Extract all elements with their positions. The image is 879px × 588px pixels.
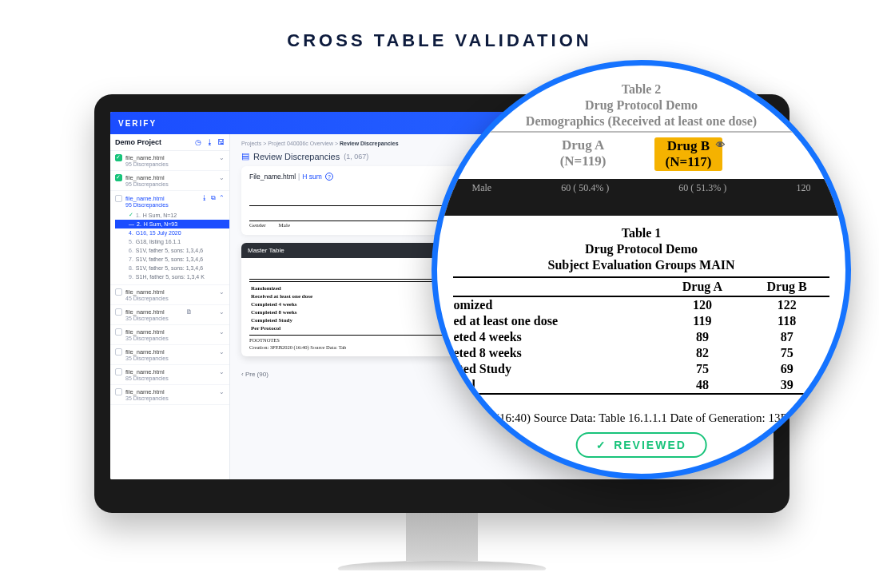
file-name: file_name.html: [125, 308, 165, 316]
table-cell: 118: [745, 313, 829, 329]
sub-idx: 9.: [129, 274, 133, 280]
table-row: eted 8 weeks: [453, 345, 660, 361]
sub-item[interactable]: 4.G16, 15 July 2020: [126, 228, 225, 237]
prev-button[interactable]: ‹ Pre (90): [241, 371, 268, 378]
checkbox-icon[interactable]: [115, 328, 122, 336]
sub-item-selected[interactable]: —2.H Sum, N=93: [115, 220, 229, 228]
download-icon[interactable]: ⭳: [201, 194, 208, 202]
sub-item[interactable]: ✓1.H Sum, N=12: [126, 210, 225, 220]
chevron-down-icon[interactable]: ⌄: [219, 288, 225, 296]
checkbox-icon[interactable]: [115, 174, 122, 181]
table1-header: Table 1 Drug Protocol Demo Subject Evalu…: [437, 225, 845, 273]
note-icon[interactable]: 🗎: [186, 308, 193, 316]
sub-label: S1H, father 5, sons: 1,3,4 K: [136, 274, 205, 280]
table-cell: 75: [660, 361, 745, 377]
magnifier-lens: Table 2 Drug Protocol Demo Demographics …: [432, 60, 851, 479]
file-name: file_name.html: [125, 174, 165, 181]
magnifier-content: Table 2 Drug Protocol Demo Demographics …: [437, 66, 845, 474]
copy-icon[interactable]: ⧉: [211, 194, 216, 202]
table1-subtitle: Subject Evaluation Groups MAIN: [437, 257, 845, 273]
col-label: Drug A: [560, 137, 607, 153]
sub-item[interactable]: 5.G18, listing 16.1.1: [126, 237, 225, 246]
sub-item[interactable]: 9.S1H, father 5, sons: 1,3,4 K: [126, 272, 225, 281]
brand-logo: VERIFY: [118, 119, 157, 128]
chevron-down-icon[interactable]: ⌄: [219, 174, 225, 181]
file-count: 95 Discrepancies: [125, 161, 225, 167]
chevron-down-icon[interactable]: ⌄: [219, 368, 225, 375]
reviewed-label: REVIEWED: [614, 439, 686, 451]
table-row: eted 4 weeks: [453, 329, 660, 345]
clock-icon[interactable]: ◷: [194, 138, 202, 146]
chevron-down-icon[interactable]: ⌄: [219, 348, 225, 356]
sub-item[interactable]: 7.S1V, father 5, sons: 1,3,4,6: [126, 255, 225, 264]
table-cell: 82: [660, 345, 745, 361]
file-item[interactable]: file_name.html⌄ 95 Discrepancies: [110, 151, 229, 171]
checkbox-icon[interactable]: [115, 195, 122, 202]
table-row: omized: [453, 296, 660, 313]
file-count: 95 Discrepancies: [125, 202, 225, 208]
sub-item[interactable]: 6.S1V, father 5, sons: 1,3,4,6: [126, 246, 225, 255]
reviewed-button[interactable]: ✓ REVIEWED: [575, 432, 707, 458]
prev-label: Pre (90): [245, 371, 268, 378]
file-item[interactable]: file_name.html⌄ 35 Discrepancies: [110, 345, 229, 365]
footnotes-line: EB2020 (16:40) Source Data: Table 16.1.1…: [453, 411, 802, 424]
table-icon: ▤: [241, 151, 249, 161]
strip-val: 120: [796, 182, 810, 194]
file-item[interactable]: file_name.html⌄ 35 Discrepancies: [110, 385, 229, 405]
file-item[interactable]: file_name.html🗎⌄ 35 Discrepancies: [110, 305, 229, 325]
strip-val: 60 ( 51.3% ): [678, 182, 726, 194]
file-item[interactable]: file_name.html⌄ 95 Discrepancies: [110, 171, 229, 191]
info-icon[interactable]: ?: [325, 173, 333, 181]
file-item[interactable]: file_name.html⌄ 45 Discrepancies: [110, 285, 229, 305]
table-cell: 69: [745, 361, 829, 377]
table-row: eted Study: [453, 361, 660, 377]
save-icon[interactable]: 🖫: [217, 138, 225, 146]
download-icon[interactable]: ⭳: [205, 138, 213, 146]
eye-icon[interactable]: 👁: [716, 140, 725, 149]
sidebar: Demo Project ◷ ⭳ 🖫 file_name.html⌄ 95 Di…: [110, 134, 230, 479]
file-count: 45 Discrepancies: [125, 296, 225, 301]
table2-col-headers: Drug A (N=119) 👁 Drug B (N=117): [437, 137, 845, 171]
table-cell: 89: [660, 329, 745, 345]
file-name: file_name.html: [125, 348, 165, 356]
checkbox-icon[interactable]: [115, 368, 122, 375]
checkbox-icon[interactable]: [115, 348, 122, 356]
sidebar-header: Demo Project ◷ ⭳ 🖫: [110, 134, 229, 151]
col-n: (N=117): [666, 154, 712, 170]
chevron-down-icon[interactable]: ⌄: [219, 154, 225, 161]
chevron-up-icon[interactable]: ⌃: [219, 194, 225, 202]
file-item-active[interactable]: file_name.html ⭳⧉⌃ 95 Discrepancies ✓1.H…: [110, 191, 229, 285]
checkbox-icon[interactable]: [115, 388, 122, 395]
sub-idx: 1.: [136, 213, 141, 218]
file-item[interactable]: file_name.html⌄ 85 Discrepancies: [110, 365, 229, 385]
preview-line: Gender: [249, 222, 266, 228]
sub-items: ✓1.H Sum, N=12 —2.H Sum, N=93 4.G16, 15 …: [126, 210, 225, 281]
col-n: (N=119): [560, 153, 607, 169]
sub-label: S1V, father 5, sons: 1,3,4,6: [136, 256, 203, 262]
table-row: ed at least one dose: [453, 313, 660, 329]
file-name: file_name.html: [125, 154, 165, 161]
checkbox-icon[interactable]: [115, 154, 122, 161]
table-cell: 120: [660, 296, 745, 313]
check-icon: ✓: [596, 439, 607, 451]
file-name: file_name.html: [125, 195, 165, 202]
crumb-link[interactable]: Projects: [241, 141, 261, 146]
table-cell: 119: [660, 313, 745, 329]
chevron-down-icon[interactable]: ⌄: [219, 308, 225, 316]
checkbox-icon[interactable]: [115, 288, 122, 296]
dark-strip: Male 60 ( 50.4% ) 60 ( 51.3% ) 120: [437, 179, 845, 216]
chevron-down-icon[interactable]: ⌄: [219, 388, 225, 395]
crumb-current: Review Discrepancies: [340, 141, 399, 146]
file-name: file_name.html: [125, 288, 165, 296]
dash-icon: —: [129, 221, 134, 227]
sub-item[interactable]: 8.S1V, father 5, sons: 1,3,4,6: [126, 264, 225, 272]
chevron-down-icon[interactable]: ⌄: [219, 328, 225, 336]
file-count: 35 Discrepancies: [125, 356, 225, 361]
col-label: Drug B: [666, 138, 712, 154]
monitor-stand-base: [338, 561, 546, 570]
crumb-link[interactable]: Project 040006c Overview: [268, 141, 333, 146]
checkbox-icon[interactable]: [115, 308, 122, 316]
file-count: 35 Discrepancies: [125, 336, 225, 341]
file-item[interactable]: file_name.html⌄ 35 Discrepancies: [110, 325, 229, 345]
page-title: CROSS TABLE VALIDATION: [0, 30, 879, 51]
